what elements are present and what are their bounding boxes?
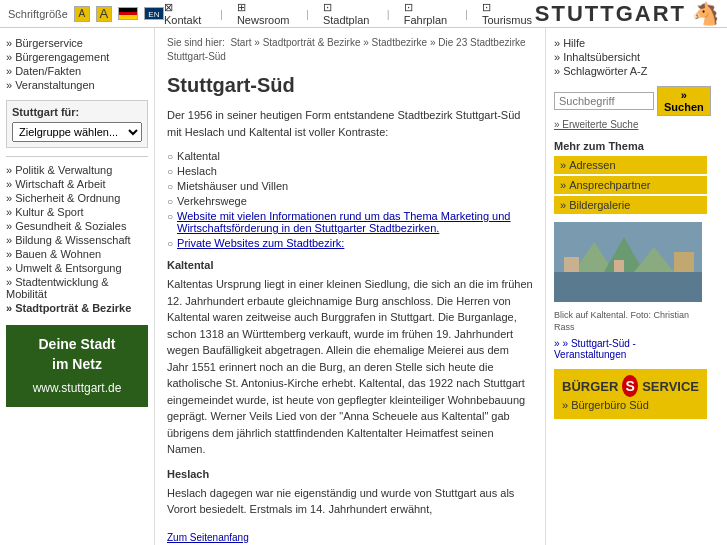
- top-page-link[interactable]: Zum Seitenanfang: [167, 532, 249, 543]
- kaltental-text: Kaltentas Ursprung liegt in einer kleine…: [167, 276, 533, 458]
- content-link-list: Kaltental Heslach Mietshäuser und Villen…: [167, 150, 533, 249]
- nav-kontakt[interactable]: ⊠ Kontakt: [164, 1, 206, 26]
- yellow-links: Adressen Ansprechpartner Bildergalerie: [554, 156, 707, 214]
- quick-links: Hilfe Inhaltsübersicht Schlagwörter A-Z: [554, 36, 707, 78]
- buerger-text: BÜRGER: [562, 379, 618, 394]
- search-box: » Suchen » Erweiterte Suche: [554, 86, 707, 130]
- link-veranstaltungen[interactable]: » Stuttgart-Süd - Veranstaltungen: [554, 337, 707, 361]
- nav-stadtplan[interactable]: ⊡ Stadtplan: [323, 1, 373, 26]
- logo-horse-icon: 🐴: [692, 1, 719, 27]
- link-kaltental[interactable]: Kaltental: [177, 150, 220, 162]
- sidebar-item-buergerservice[interactable]: Bürgerservice: [6, 36, 148, 50]
- breadcrumb-sep2: [363, 37, 371, 48]
- flag-german[interactable]: [118, 7, 138, 20]
- sidebar-item-veranstaltungen[interactable]: Veranstaltungen: [6, 78, 148, 92]
- nav-newsroom[interactable]: ⊞ Newsroom: [237, 1, 292, 26]
- sidebar-item-stadtentwicklung[interactable]: Stadtentwicklung & Mobilität: [6, 275, 148, 301]
- page-title: Stuttgart-Süd: [167, 74, 533, 97]
- heslach-text: Heslach dagegen war nie eigenständig und…: [167, 485, 533, 518]
- schriftgrosse-label: Schriftgröße: [8, 8, 68, 20]
- list-item-kaltental: Kaltental: [167, 150, 533, 162]
- link-schlagwoerter[interactable]: Schlagwörter A-Z: [554, 64, 707, 78]
- breadcrumb-suedlast[interactable]: Stuttgart-Süd: [167, 51, 226, 62]
- link-verkehrswege[interactable]: Verkehrswege: [177, 195, 247, 207]
- sidebar-main-nav: Politik & Verwaltung Wirtschaft & Arbeit…: [6, 163, 148, 315]
- kaltental-title: Kaltental: [167, 259, 533, 271]
- svg-rect-1: [554, 272, 702, 302]
- list-item-private: Private Websites zum Stadtbezirk:: [167, 237, 533, 249]
- main-layout: Bürgerservice Bürgerengagement Daten/Fak…: [0, 28, 727, 545]
- sidebar-item-daten[interactable]: Daten/Fakten: [6, 64, 148, 78]
- link-ansprechpartner[interactable]: Ansprechpartner: [554, 176, 707, 194]
- top-bar: Schriftgröße A A EN ⊠ Kontakt | ⊞ Newsro…: [0, 0, 727, 28]
- sidebar-item-buergerengagement[interactable]: Bürgerengagement: [6, 50, 148, 64]
- buerger-service-title: BÜRGER S SERVICE: [562, 375, 699, 397]
- sidebar-item-gesundheit[interactable]: Gesundheit & Soziales: [6, 219, 148, 233]
- top-bar-left: Schriftgröße A A EN: [8, 6, 164, 22]
- link-inhaltsübersicht[interactable]: Inhaltsübersicht: [554, 50, 707, 64]
- svg-rect-5: [564, 257, 579, 272]
- logo-text: STUTTGART: [535, 1, 686, 27]
- sidebar-item-kultur[interactable]: Kultur & Sport: [6, 205, 148, 219]
- erweiterte-suche-link[interactable]: » Erweiterte Suche: [554, 119, 707, 130]
- top-nav: ⊠ Kontakt | ⊞ Newsroom | ⊡ Stadtplan | ⊡…: [164, 1, 535, 26]
- link-private[interactable]: Private Websites zum Stadtbezirk:: [177, 237, 344, 249]
- link-adressen[interactable]: Adressen: [554, 156, 707, 174]
- breadcrumb-23[interactable]: Die 23 Stadtbezirke: [438, 37, 525, 48]
- svg-rect-6: [674, 252, 694, 272]
- search-button[interactable]: » Suchen: [657, 86, 711, 116]
- stuttgart-fuer-box: Stuttgart für: Zielgruppe wählen...: [6, 100, 148, 148]
- breadcrumb-start[interactable]: Start: [230, 37, 251, 48]
- right-image: [554, 222, 702, 302]
- svg-rect-7: [614, 260, 624, 272]
- intro-text: Der 1956 in seiner heutigen Form entstan…: [167, 107, 533, 140]
- nav-fahrplan[interactable]: ⊡ Fahrplan: [404, 1, 451, 26]
- sidebar-image-line1: Deine Stadt: [14, 335, 140, 355]
- list-item-website: Website mit vielen Informationen rund um…: [167, 210, 533, 234]
- sidebar-item-stadtportraet[interactable]: Stadtporträt & Bezirke: [6, 301, 148, 315]
- link-mietshaeuser[interactable]: Mietshäuser und Villen: [177, 180, 288, 192]
- sidebar-item-politik[interactable]: Politik & Verwaltung: [6, 163, 148, 177]
- left-sidebar: Bürgerservice Bürgerengagement Daten/Fak…: [0, 28, 155, 545]
- top-link-area: Zum Seitenanfang: [167, 526, 533, 543]
- sidebar-item-bildung[interactable]: Bildung & Wissenschaft: [6, 233, 148, 247]
- right-sidebar: Hilfe Inhaltsübersicht Schlagwörter A-Z …: [545, 28, 715, 545]
- buerger-s-icon: S: [622, 375, 638, 397]
- list-item-verkehrswege: Verkehrswege: [167, 195, 533, 207]
- link-buerobuero-sued[interactable]: Bürgerbüro Süd: [562, 397, 699, 413]
- sidebar-item-wirtschaft[interactable]: Wirtschaft & Arbeit: [6, 177, 148, 191]
- zielgruppe-select[interactable]: Zielgruppe wählen...: [12, 122, 142, 142]
- font-small-button[interactable]: A: [74, 6, 90, 22]
- list-item-mietshaeuser: Mietshäuser und Villen: [167, 180, 533, 192]
- link-heslach[interactable]: Heslach: [177, 165, 217, 177]
- sidebar-url: www.stuttgart.de: [14, 380, 140, 397]
- nav-tourismus[interactable]: ⊡ Tourismus: [482, 1, 535, 26]
- flag-english[interactable]: EN: [144, 7, 164, 20]
- sidebar-item-bauen[interactable]: Bauen & Wohnen: [6, 247, 148, 261]
- stuttgart-fuer-label: Stuttgart für:: [12, 106, 142, 118]
- sidebar-item-sicherheit[interactable]: Sicherheit & Ordnung: [6, 191, 148, 205]
- breadcrumb-stadtbezirke[interactable]: Stadtbezirke: [372, 37, 428, 48]
- image-caption: Blick auf Kaltental. Foto: Christian Ras…: [554, 310, 707, 333]
- right-image-inner: [554, 222, 702, 302]
- link-hilfe[interactable]: Hilfe: [554, 36, 707, 50]
- search-input[interactable]: [554, 92, 654, 110]
- logo-area: STUTTGART 🐴: [535, 1, 719, 27]
- sidebar-image-box: Deine Stadt im Netz www.stuttgart.de: [6, 325, 148, 407]
- font-large-button[interactable]: A: [96, 6, 112, 22]
- mehr-zum-thema-title: Mehr zum Thema: [554, 140, 707, 152]
- link-website[interactable]: Website mit vielen Informationen rund um…: [177, 210, 533, 234]
- sidebar-divider: [6, 156, 148, 157]
- sidebar-item-umwelt[interactable]: Umwelt & Entsorgung: [6, 261, 148, 275]
- list-item-heslach: Heslach: [167, 165, 533, 177]
- search-row: » Suchen: [554, 86, 707, 116]
- sidebar-image-line2: im Netz: [14, 355, 140, 375]
- link-bildergalerie[interactable]: Bildergalerie: [554, 196, 707, 214]
- kaltental-image-svg: [554, 222, 702, 302]
- breadcrumb-stadtportraet[interactable]: Stadtporträt & Bezirke: [263, 37, 361, 48]
- heslach-title: Heslach: [167, 468, 533, 480]
- breadcrumb: Sie sind hier: Start Stadtporträt & Bezi…: [167, 36, 533, 64]
- buerger-service-box: BÜRGER S SERVICE Bürgerbüro Süd: [554, 369, 707, 419]
- sidebar-top-links: Bürgerservice Bürgerengagement Daten/Fak…: [6, 36, 148, 92]
- service-text: SERVICE: [642, 379, 699, 394]
